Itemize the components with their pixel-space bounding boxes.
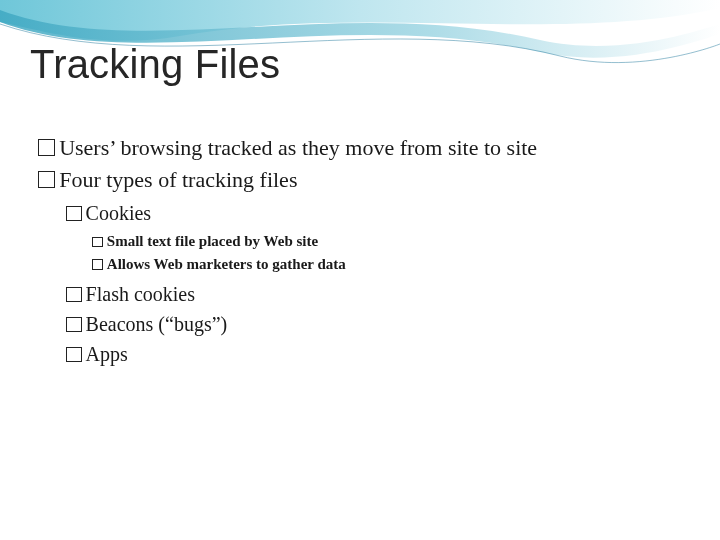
bullet-list: Users’ browsing tracked as they move fro…	[38, 133, 690, 369]
bullet-level1: Four types of tracking files Cookies Sma…	[38, 165, 690, 370]
square-bullet-icon	[66, 347, 82, 363]
bullet-text: Cookies	[86, 202, 152, 224]
bullet-text: Apps	[86, 343, 128, 365]
bullet-text: Allows Web marketers to gather data	[107, 256, 346, 272]
square-bullet-icon	[66, 317, 82, 333]
bullet-text: Small text file placed by Web site	[107, 233, 318, 249]
slide-title: Tracking Files	[30, 42, 690, 87]
bullet-text: Users’ browsing tracked as they move fro…	[59, 135, 537, 160]
bullet-level2: Beacons (“bugs”)	[66, 309, 690, 339]
bullet-level1: Users’ browsing tracked as they move fro…	[38, 133, 690, 163]
square-bullet-icon	[92, 259, 103, 270]
bullet-level2: Cookies Small text file placed by Web si…	[66, 198, 690, 275]
square-bullet-icon	[92, 237, 103, 248]
bullet-text: Beacons (“bugs”)	[86, 313, 228, 335]
square-bullet-icon	[38, 171, 55, 188]
bullet-level3: Allows Web marketers to gather data	[92, 253, 690, 276]
bullet-text: Flash cookies	[86, 283, 195, 305]
square-bullet-icon	[38, 139, 55, 156]
square-bullet-icon	[66, 287, 82, 303]
bullet-text: Four types of tracking files	[59, 167, 297, 192]
bullet-level2: Flash cookies	[66, 279, 690, 309]
square-bullet-icon	[66, 206, 82, 222]
bullet-level3: Small text file placed by Web site	[92, 230, 690, 253]
bullet-level2: Apps	[66, 339, 690, 369]
